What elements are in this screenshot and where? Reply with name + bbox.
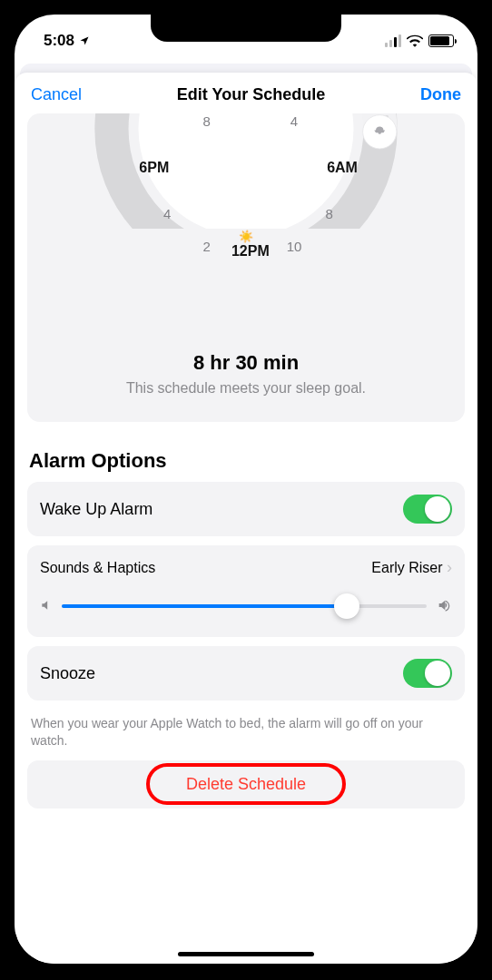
sounds-haptics-label: Sounds & Haptics [40, 560, 155, 576]
sleep-dial[interactable]: 8 4 6PM 6AM 4 8 2 12PM 10 ☀️ [27, 113, 465, 313]
wake-up-alarm-toggle[interactable] [403, 495, 452, 524]
nav-bar: Cancel Edit Your Schedule Done [15, 73, 477, 113]
schedule-dial-card: 8 4 6PM 6AM 4 8 2 12PM 10 ☀️ 8 hr 30 min… [27, 113, 465, 422]
dial-hour-8: 8 [202, 113, 210, 129]
dial-hour-10: 10 [287, 239, 302, 254]
dial-12pm: 12PM [231, 243, 270, 260]
modal-sheet: Cancel Edit Your Schedule Done [15, 73, 477, 964]
cellular-icon [385, 34, 401, 47]
dial-hour-4: 4 [290, 113, 298, 129]
sleep-duration: 8 hr 30 min [27, 351, 465, 375]
page-title: Edit Your Schedule [177, 85, 325, 104]
sleep-goal-text: This schedule meets your sleep goal. [27, 380, 465, 397]
snooze-row[interactable]: Snooze [27, 646, 465, 701]
dial-hour-2: 2 [202, 239, 210, 254]
dial-6am: 6AM [327, 160, 358, 176]
dial-hour-8b: 8 [325, 206, 332, 221]
sounds-haptics-row[interactable]: Sounds & Haptics Early Riser › [40, 558, 452, 577]
home-indicator[interactable] [178, 952, 314, 956]
snooze-label: Snooze [40, 664, 95, 683]
dial-hour-4b: 4 [163, 206, 171, 221]
chevron-right-icon: › [447, 558, 452, 576]
sounds-haptics-block: Sounds & Haptics Early Riser › [27, 545, 465, 637]
wifi-icon [407, 34, 423, 47]
delete-schedule-label: Delete Schedule [186, 775, 306, 794]
done-button[interactable]: Done [420, 85, 461, 104]
snooze-toggle[interactable] [403, 659, 452, 688]
location-icon [79, 35, 90, 46]
delete-schedule-button[interactable]: Delete Schedule [27, 760, 465, 808]
notch [151, 15, 341, 42]
cancel-button[interactable]: Cancel [31, 85, 82, 104]
volume-low-icon [40, 599, 53, 614]
volume-slider[interactable] [62, 593, 427, 619]
battery-icon [428, 34, 454, 47]
sun-icon: ☀️ [239, 230, 253, 243]
sounds-haptics-value: Early Riser [371, 560, 442, 575]
alarm-options-heading: Alarm Options [29, 449, 463, 473]
watch-footnote: When you wear your Apple Watch to bed, t… [27, 710, 465, 760]
status-time: 5:08 [44, 32, 74, 50]
wake-up-alarm-label: Wake Up Alarm [40, 500, 153, 519]
volume-high-icon [436, 598, 452, 615]
dial-6pm: 6PM [139, 160, 169, 176]
wake-up-alarm-row[interactable]: Wake Up Alarm [27, 482, 465, 536]
